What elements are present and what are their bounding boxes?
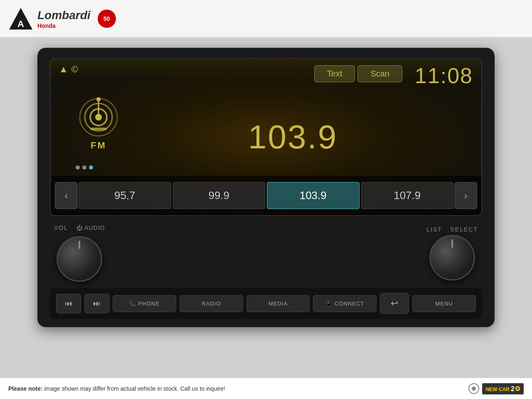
logo-area: A Lombardi Honda 50 [8,6,116,31]
skip-next-button[interactable]: ⏭ [84,294,109,313]
list-select-labels: LIST SELECT [426,226,478,233]
dot-2 [82,165,86,170]
audio-label: ⏻ AUDIO [76,224,105,231]
anniversary-badge: 50 [98,10,116,28]
preset-btn-2[interactable]: 99.9 [173,182,266,209]
menu-button[interactable]: MENU [412,295,476,312]
connect-button[interactable]: 📱 CONNECT [313,295,377,312]
radio-unit: ▲ © 11:08 Text Scan [37,48,495,327]
preset-prev-button[interactable]: ‹ [55,182,78,209]
vol-label: VOL [54,224,68,231]
list-label: LIST [426,226,442,233]
newcar-logo-text: NEW CAR 2⚙ [482,383,524,394]
control-row: VOL ⏻ AUDIO LIST SELECT [50,224,482,282]
presets-bar: ‹ 95.7 99.9 103.9 107.9 › [51,176,481,215]
clock-display: 11:08 [415,63,473,88]
footer-note-bold: Please note: [8,385,42,392]
page-dots [76,165,93,170]
footer-note: Please note: image shown may differ from… [8,385,225,392]
select-label: SELECT [451,226,478,233]
main-content: ▲ © 11:08 Text Scan [0,37,532,387]
header: A Lombardi Honda 50 [0,0,532,37]
screen-buttons-area: Text Scan [314,65,402,82]
phone-button[interactable]: 📞 PHONE [113,295,176,312]
frequency-display: 103.9 [248,118,337,156]
brand-logo-icon: A [8,6,33,31]
footer-note-text: image shown may differ from actual vehic… [44,385,225,392]
scan-button[interactable]: Scan [357,65,402,82]
brand-name: Lombardi [37,9,91,22]
preset-btn-4[interactable]: 107.9 [361,182,454,209]
preset-next-button[interactable]: › [454,182,477,209]
fm-label: FM [91,140,106,151]
footer-logo: NEW CAR 2⚙ [468,382,524,395]
svg-point-7 [96,97,101,101]
preset-btn-1[interactable]: 95.7 [79,182,171,209]
radio-button[interactable]: RADIO [180,295,243,312]
vol-knob[interactable] [57,236,102,282]
fm-radio-icon [76,92,121,138]
svg-rect-8 [90,128,107,130]
fm-icon-area: FM [76,92,121,151]
footer-gear-icon [468,382,480,395]
text-button[interactable]: Text [314,65,355,82]
dot-1 [76,165,80,170]
sub-brand: Honda [37,23,91,29]
infotainment-screen: ▲ © 11:08 Text Scan [50,58,482,216]
footer: Please note: image shown may differ from… [0,378,532,399]
skip-prev-button[interactable]: ⏮ [56,294,81,313]
list-select-section: LIST SELECT [426,226,478,281]
svg-point-10 [472,387,476,391]
bottom-buttons: ⏮ ⏭ 📞 PHONE RADIO MEDIA 📱 CONNECT ↩ MENU [50,288,482,319]
svg-point-5 [95,114,102,121]
nav-icons: ▲ © [59,64,78,75]
media-button[interactable]: MEDIA [246,295,310,312]
dot-3 [89,165,93,170]
preset-btn-3[interactable]: 103.9 [267,182,360,209]
vol-section: VOL ⏻ AUDIO [54,224,105,282]
screen-top-bar: ▲ © 11:08 [51,59,481,80]
back-button[interactable]: ↩ [380,293,409,314]
select-knob[interactable] [429,235,475,281]
svg-text:A: A [17,19,24,29]
